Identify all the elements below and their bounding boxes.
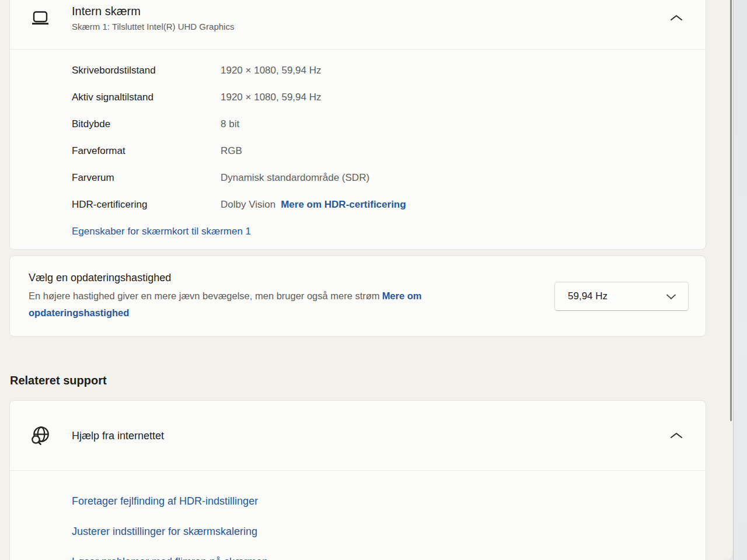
chevron-down-icon bbox=[666, 293, 676, 300]
display-collapse-button[interactable] bbox=[665, 6, 688, 30]
help-link-display-scaling[interactable]: Justerer indstillinger for skærmskalerin… bbox=[72, 526, 257, 538]
spec-row: Aktiv signaltilstand 1920 × 1080, 59,94 … bbox=[72, 84, 706, 111]
refresh-rate-dropdown[interactable]: 59,94 Hz bbox=[554, 282, 689, 311]
spec-row: Bitdybde 8 bit bbox=[72, 111, 706, 138]
spec-value: 1920 × 1080, 59,94 Hz bbox=[221, 92, 322, 103]
scrollbar[interactable] bbox=[730, 0, 732, 421]
spec-label: Farverum bbox=[72, 172, 221, 184]
help-expander-header[interactable]: Hjælp fra internettet bbox=[10, 401, 706, 471]
globe-search-icon bbox=[30, 425, 51, 446]
refresh-rate-description-text: En højere hastighed giver en mere jævn b… bbox=[29, 290, 380, 301]
spec-value: 1920 × 1080, 59,94 Hz bbox=[221, 65, 322, 76]
hdr-certification-link[interactable]: Mere om HDR-certificering bbox=[281, 199, 406, 211]
spec-label: Aktiv signaltilstand bbox=[72, 92, 221, 103]
spec-label: Skrivebordstilstand bbox=[72, 65, 221, 76]
help-links-list: Foretager fejlfinding af HDR-indstilling… bbox=[10, 471, 706, 560]
refresh-rate-dropdown-value: 59,94 Hz bbox=[568, 290, 608, 302]
window-outside-strip bbox=[733, 0, 747, 560]
related-support-heading: Relateret support bbox=[10, 374, 107, 387]
display-card-title: Intern skærm bbox=[72, 4, 665, 19]
help-from-web-card: Hjælp fra internettet Foretager fejlfind… bbox=[9, 400, 706, 560]
list-item: Løser problemer med flimren på skærmen bbox=[72, 547, 706, 560]
adapter-properties-row: Egenskaber for skærmkort til skærmen 1 bbox=[72, 218, 706, 245]
spec-value: RGB bbox=[221, 145, 242, 157]
spec-value: 8 bit bbox=[221, 118, 239, 130]
spec-value: Dynamisk standardområde (SDR) bbox=[221, 172, 369, 184]
spec-label: Bitdybde bbox=[72, 118, 221, 130]
laptop-icon bbox=[30, 8, 51, 29]
help-card-titles: Hjælp fra internettet bbox=[72, 428, 665, 443]
help-collapse-button[interactable] bbox=[665, 424, 688, 447]
spec-row: Farverum Dynamisk standardområde (SDR) bbox=[72, 164, 706, 191]
display-adapter-properties-link[interactable]: Egenskaber for skærmkort til skærmen 1 bbox=[72, 226, 251, 237]
spec-label: HDR-certificering bbox=[72, 199, 221, 211]
refresh-rate-text: Vælg en opdateringshastighed En højere h… bbox=[29, 271, 513, 321]
help-link-hdr-troubleshoot[interactable]: Foretager fejlfinding af HDR-indstilling… bbox=[72, 495, 258, 508]
help-card-title: Hjælp fra internettet bbox=[72, 428, 665, 443]
display-info-expander-header[interactable]: Intern skærm Skærm 1: Tilsluttet Intel(R… bbox=[10, 0, 706, 50]
refresh-rate-title: Vælg en opdateringshastighed bbox=[29, 271, 513, 285]
display-card-subtitle: Skærm 1: Tilsluttet Intel(R) UHD Graphic… bbox=[72, 20, 665, 33]
list-item: Foretager fejlfinding af HDR-indstilling… bbox=[72, 486, 706, 516]
spec-value: Dolby Vision bbox=[221, 199, 275, 211]
chevron-up-icon bbox=[670, 432, 683, 439]
help-link-screen-flicker[interactable]: Løser problemer med flimren på skærmen bbox=[72, 556, 268, 560]
refresh-rate-description: En højere hastighed giver en mere jævn b… bbox=[29, 288, 501, 321]
settings-content-pane: Intern skærm Skærm 1: Tilsluttet Intel(R… bbox=[0, 0, 733, 560]
display-info-card: Intern skærm Skærm 1: Tilsluttet Intel(R… bbox=[9, 0, 706, 250]
spec-row: Skrivebordstilstand 1920 × 1080, 59,94 H… bbox=[72, 57, 706, 84]
spec-row: Farveformat RGB bbox=[72, 138, 706, 164]
display-info-titles: Intern skærm Skærm 1: Tilsluttet Intel(R… bbox=[72, 4, 665, 33]
list-item: Justerer indstillinger for skærmskalerin… bbox=[72, 516, 706, 547]
spec-row-hdr: HDR-certificering Dolby Vision Mere om H… bbox=[72, 191, 706, 218]
display-spec-table: Skrivebordstilstand 1920 × 1080, 59,94 H… bbox=[10, 50, 706, 245]
spec-label: Farveformat bbox=[72, 145, 221, 157]
chevron-up-icon bbox=[670, 15, 683, 21]
refresh-rate-card: Vælg en opdateringshastighed En højere h… bbox=[9, 256, 706, 337]
